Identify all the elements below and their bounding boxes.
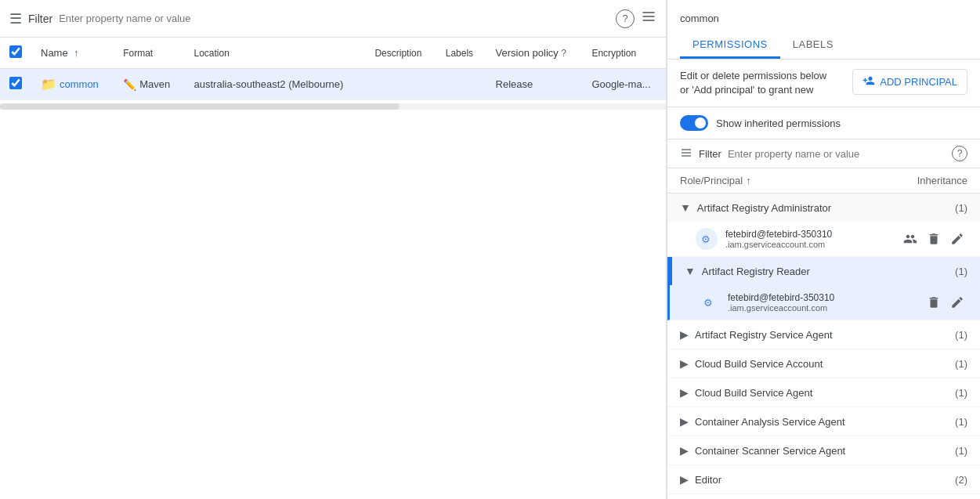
table-row: 📁 common ✏️ Maven australia-southeast2 (… bbox=[0, 69, 666, 100]
sort-icon: ↑ bbox=[74, 47, 79, 59]
left-panel: ☰ Filter ? Name ↑ Format Location bbox=[0, 0, 667, 499]
repository-table: Name ↑ Format Location Description Label… bbox=[0, 38, 666, 110]
role-group-cloud-build-service-agent: ▶ Cloud Build Service Agent (1) bbox=[667, 378, 980, 407]
labels-column-header: Labels bbox=[436, 38, 486, 69]
permissions-help-icon[interactable]: ? bbox=[952, 146, 967, 161]
version-policy-cell: Release bbox=[486, 69, 583, 100]
role-group-artifact-registry-administrator: ▼ Artifact Registry Administrator (1) ⚙ … bbox=[667, 193, 980, 257]
toggle-row: Show inherited permissions bbox=[667, 107, 980, 139]
repo-name-link[interactable]: 📁 common bbox=[41, 77, 104, 92]
columns-icon[interactable] bbox=[641, 9, 656, 28]
encryption-cell: Google-ma... bbox=[582, 69, 666, 100]
toggle-label: Show inherited permissions bbox=[716, 118, 841, 129]
chevron-down-icon: ▼ bbox=[685, 265, 696, 277]
add-principal-button[interactable]: ADD PRINCIPAL bbox=[852, 69, 967, 95]
format-column-header: Format bbox=[114, 38, 184, 69]
encryption-column-header: Encryption bbox=[582, 38, 666, 69]
principal-info: fetebird@fetebird-350310 .iam.gserviceac… bbox=[725, 229, 900, 249]
folder-icon: 📁 bbox=[41, 77, 56, 92]
principal-actions bbox=[924, 292, 967, 313]
name-column-header: Name ↑ bbox=[31, 38, 114, 69]
chevron-right-icon: ▶ bbox=[680, 386, 689, 399]
role-group-header-editor[interactable]: ▶ Editor (2) bbox=[667, 465, 980, 494]
permissions-filter-icon bbox=[680, 146, 693, 161]
principal-email: fetebird@fetebird-350310 bbox=[725, 229, 900, 240]
permissions-helper-text: Edit or delete permissions below or 'Add… bbox=[680, 69, 837, 97]
role-group-editor: ▶ Editor (2) bbox=[667, 465, 980, 494]
principal-members-button[interactable] bbox=[900, 229, 920, 249]
chevron-right-icon: ▶ bbox=[680, 473, 689, 486]
right-panel-header: common PERMISSIONS LABELS bbox=[667, 0, 980, 60]
panel-title: common bbox=[680, 13, 719, 24]
permissions-table-header: Role/Principal ↑ Inheritance bbox=[667, 168, 980, 193]
filter-label: Filter bbox=[28, 13, 52, 25]
description-cell bbox=[365, 69, 436, 100]
principal-info: fetebird@fetebird-350310 .iam.gserviceac… bbox=[728, 292, 924, 313]
row-checkbox[interactable] bbox=[9, 77, 22, 89]
location-cell: australia-southeast2 (Melbourne) bbox=[185, 69, 366, 100]
chevron-right-icon: ▶ bbox=[680, 444, 689, 457]
sort-icon[interactable]: ↑ bbox=[746, 175, 751, 186]
role-name: Cloud Build Service Account bbox=[695, 358, 952, 370]
edit-principal-button[interactable] bbox=[947, 229, 967, 249]
help-icon[interactable]: ? bbox=[616, 9, 635, 28]
role-count: (1) bbox=[952, 416, 967, 428]
role-name: Cloud Build Service Agent bbox=[695, 387, 952, 399]
permissions-content: Edit or delete permissions below or 'Add… bbox=[667, 60, 980, 499]
role-group-header-artifact-registry-service-agent[interactable]: ▶ Artifact Registry Service Agent (1) bbox=[667, 320, 980, 349]
role-group-header-artifact-registry-administrator[interactable]: ▼ Artifact Registry Administrator (1) bbox=[667, 193, 980, 222]
chevron-right-icon: ▶ bbox=[680, 357, 689, 370]
role-principal-header: Role/Principal bbox=[680, 175, 743, 186]
tab-bar: PERMISSIONS LABELS bbox=[680, 32, 967, 59]
role-group-header-cloud-build-service-account[interactable]: ▶ Cloud Build Service Account (1) bbox=[667, 349, 980, 378]
format-cell: ✏️ Maven bbox=[123, 78, 175, 91]
delete-principal-button[interactable] bbox=[924, 229, 944, 249]
permissions-filter-input[interactable] bbox=[728, 148, 946, 160]
role-name: Artifact Registry Administrator bbox=[697, 202, 953, 214]
edit-principal-button[interactable] bbox=[947, 292, 967, 313]
tab-permissions[interactable]: PERMISSIONS bbox=[680, 32, 780, 59]
principal-row: ⚙ fetebird@fetebird-350310 .iam.gservice… bbox=[667, 222, 980, 256]
role-name: Artifact Registry Reader bbox=[702, 266, 953, 277]
principal-row: ⚙ fetebird@fetebird-350310 .iam.gservice… bbox=[670, 285, 980, 320]
role-group-header-artifact-registry-reader[interactable]: ▼ Artifact Registry Reader (1) bbox=[670, 257, 980, 285]
tab-labels[interactable]: LABELS bbox=[780, 32, 846, 59]
role-group-header-owner[interactable]: ▶ Owner (1) bbox=[667, 494, 980, 499]
inherited-permissions-toggle[interactable] bbox=[680, 115, 708, 131]
horizontal-scrollbar[interactable] bbox=[0, 103, 666, 110]
version-policy-column-header: Version policy ? bbox=[486, 38, 583, 69]
description-column-header: Description bbox=[365, 38, 436, 69]
principal-email: fetebird@fetebird-350310 bbox=[728, 292, 924, 303]
permissions-header: Edit or delete permissions below or 'Add… bbox=[667, 60, 980, 107]
permissions-filter-bar: Filter ? bbox=[667, 139, 980, 168]
role-group-container-scanner-service-agent: ▶ Container Scanner Service Agent (1) bbox=[667, 436, 980, 465]
role-group-owner: ▶ Owner (1) bbox=[667, 494, 980, 499]
filter-input[interactable] bbox=[59, 13, 609, 24]
right-panel: common PERMISSIONS LABELS Edit or delete… bbox=[667, 0, 980, 499]
avatar: ⚙ bbox=[698, 291, 720, 313]
principal-domain: .iam.gserviceaccount.com bbox=[725, 240, 900, 249]
location-column-header: Location bbox=[185, 38, 366, 69]
principal-actions bbox=[900, 229, 967, 249]
role-count: (2) bbox=[952, 474, 967, 486]
labels-cell bbox=[436, 69, 486, 100]
role-group-header-cloud-build-service-agent[interactable]: ▶ Cloud Build Service Agent (1) bbox=[667, 378, 980, 407]
role-count: (1) bbox=[952, 329, 967, 341]
chevron-right-icon: ▶ bbox=[680, 415, 689, 428]
role-name: Container Analysis Service Agent bbox=[695, 416, 952, 428]
filter-bar: ☰ Filter ? bbox=[0, 0, 666, 38]
role-group-header-container-scanner-service-agent[interactable]: ▶ Container Scanner Service Agent (1) bbox=[667, 436, 980, 465]
version-policy-help-icon[interactable]: ? bbox=[561, 48, 566, 59]
role-group-header-container-analysis-service-agent[interactable]: ▶ Container Analysis Service Agent (1) bbox=[667, 407, 980, 436]
role-count: (1) bbox=[952, 202, 967, 214]
role-group-artifact-registry-service-agent: ▶ Artifact Registry Service Agent (1) bbox=[667, 320, 980, 349]
role-count: (1) bbox=[952, 358, 967, 370]
add-person-icon bbox=[862, 74, 875, 89]
delete-principal-button[interactable] bbox=[924, 292, 944, 313]
principal-domain: .iam.gserviceaccount.com bbox=[728, 303, 924, 313]
chevron-down-icon: ▼ bbox=[680, 201, 691, 214]
avatar: ⚙ bbox=[696, 228, 718, 250]
select-all-checkbox[interactable] bbox=[9, 45, 22, 58]
inheritance-header: Inheritance bbox=[917, 175, 967, 186]
edit-icon: ✏️ bbox=[123, 78, 136, 91]
